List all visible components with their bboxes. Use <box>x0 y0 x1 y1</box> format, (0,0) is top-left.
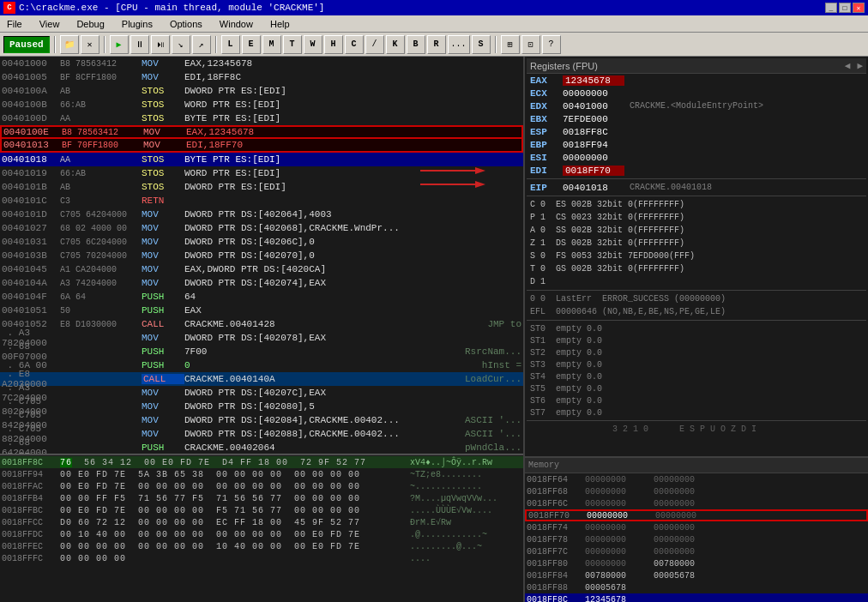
registers-area[interactable]: Registers (FPU) ◀ ▶ EAX 12345678 ECX 000… <box>525 57 868 456</box>
reg-nav-right[interactable]: ▶ <box>857 60 863 71</box>
toolbar-restart-btn[interactable]: ⏯ <box>151 35 170 54</box>
register-nav-arrows[interactable]: ◀ ▶ <box>845 60 863 71</box>
toolbar-run-btn[interactable]: ▶ <box>110 35 129 54</box>
menu-plugins[interactable]: Plugins <box>118 17 156 31</box>
disasm-row-0040108B[interactable]: . 68 64204000 PUSH CRACKME.00402064 pWnd… <box>0 441 523 454</box>
disasm-row-00401068[interactable]: . A3 7C204000 MOV DWORD PTR DS:[40207C],… <box>0 386 523 400</box>
toolbar-cpu-btn[interactable]: ⊡ <box>521 35 540 54</box>
disasm-row-0040104A[interactable]: 0040104A A3 74204000 MOV DWORD PTR DS:[4… <box>0 276 523 290</box>
reg-row-esi[interactable]: ESI 00000000 <box>527 151 866 164</box>
disasm-row-0040105C[interactable]: . 68 00F07000 PUSH 7F00 RsrcNam... <box>0 345 523 358</box>
hex-dump-area[interactable]: 0018FF8C 76 56 34 12 00 E0 FD 7E D4 FF 1… <box>0 456 523 602</box>
menu-view[interactable]: View <box>36 17 63 31</box>
hex-row-0018FF8C[interactable]: 0018FF8C 76 56 34 12 00 E0 FD 7E D4 FF 1… <box>0 456 523 468</box>
toolbar-c-btn[interactable]: C <box>345 35 364 54</box>
disasm-row-0040100D[interactable]: 0040100D AA STOS BYTE PTR ES:[EDI] <box>0 111 523 125</box>
disasm-row-0040103B[interactable]: 0040103B C705 70204000 MOV DWORD PTR DS:… <box>0 249 523 262</box>
disasm-row-0040101B[interactable]: 0040101B AB STOS DWORD PTR ES:[EDI] <box>0 180 523 194</box>
minimize-button[interactable]: _ <box>825 3 837 13</box>
disasm-row-0040100E[interactable]: 0040100E B8 78563412 MOV EAX,12345678 <box>0 125 523 139</box>
toolbar-m-btn[interactable]: M <box>262 35 281 54</box>
disasm-row-0040101D[interactable]: 0040101D C705 64204000 MOV DWORD PTR DS:… <box>0 208 523 221</box>
mem-row-0018FF74[interactable]: 0018FF74 00000000 00000000 <box>525 521 868 533</box>
toolbar-help-btn[interactable]: ? <box>542 35 561 54</box>
disasm-row-0040106D[interactable]: . C705 80204000 MOV DWORD PTR DS:[402080… <box>0 400 523 413</box>
menu-window[interactable]: Window <box>216 17 256 31</box>
close-button[interactable]: ✕ <box>853 3 865 13</box>
hex-row-0018FFCC[interactable]: 0018FFCC D0 60 72 12 00 00 00 00 EC FF 1… <box>0 516 523 528</box>
disasm-row-00401005[interactable]: 00401005 BF 8CFF1800 MOV EDI,18FF8C <box>0 70 523 84</box>
toolbar-r-btn[interactable]: R <box>427 35 446 54</box>
toolbar-open-btn[interactable]: 📁 <box>60 35 79 54</box>
disasm-row-00401052[interactable]: 00401052 E8 D1030000 CALL CRACKME.004014… <box>0 317 523 331</box>
reg-row-edx[interactable]: EDX 00401000 CRACKME.<ModuleEntryPoint> <box>527 99 866 112</box>
toolbar-t-btn[interactable]: T <box>283 35 302 54</box>
hex-row-0018FFDC[interactable]: 0018FFDC 00 10 40 00 00 00 00 00 00 00 0… <box>0 528 523 540</box>
mem-row-0018FF88[interactable]: 0018FF88 00005678 <box>525 581 868 593</box>
toolbar-l-btn[interactable]: L <box>221 35 240 54</box>
mem-row-0018FF80[interactable]: 0018FF80 00000000 00780000 <box>525 557 868 569</box>
reg-row-esp[interactable]: ESP 0018FF8C <box>527 125 866 138</box>
hex-row-0018FFAC[interactable]: 0018FFAC 00 E0 FD 7E 00 00 00 00 00 00 0… <box>0 480 523 492</box>
mem-row-0018FF64[interactable]: 0018FF64 00000000 00000000 <box>525 473 868 485</box>
reg-row-eax[interactable]: EAX 12345678 <box>527 74 866 87</box>
window-controls[interactable]: _ □ ✕ <box>825 3 865 13</box>
hex-row-0018FF94[interactable]: 0018FF94 00 E0 FD 7E 5A 3B 65 38 00 00 0… <box>0 468 523 480</box>
mem-row-0018FF7C[interactable]: 0018FF7C 00000000 00000000 <box>525 545 868 557</box>
mem-row-0018FF68[interactable]: 0018FF68 00000000 00000000 <box>525 485 868 497</box>
memory-view-area[interactable]: Memory 0018FF64 00000000 00000000 0018FF… <box>525 456 868 602</box>
toolbar-grid-btn[interactable]: ⊞ <box>501 35 520 54</box>
reg-row-ebp[interactable]: EBP 0018FF94 <box>527 138 866 151</box>
mem-row-0018FF78[interactable]: 0018FF78 00000000 00000000 <box>525 533 868 545</box>
disasm-row-0040104F[interactable]: 0040104F 6A 64 PUSH 64 <box>0 290 523 304</box>
mem-row-0018FF84[interactable]: 0018FF84 00780000 00005678 <box>525 569 868 581</box>
disasm-row-00401061[interactable]: . 6A 00 PUSH 0 hInst = <box>0 358 523 372</box>
disasm-row-0040100A[interactable]: 0040100A AB STOS DWORD PTR ES:[EDI] <box>0 84 523 98</box>
mem-row-0018FF6C[interactable]: 0018FF6C 00000000 00000000 <box>525 497 868 509</box>
reg-nav-left[interactable]: ◀ <box>845 60 851 71</box>
mem-row-0018FF8C[interactable]: 0018FF8C 12345678 <box>525 593 868 602</box>
reg-row-ebx[interactable]: EBX 7EFDE000 <box>527 112 866 125</box>
toolbar-dots-btn[interactable]: ... <box>448 35 470 54</box>
mem-row-0018FF70[interactable]: 0018FF70 00000000 00000000 <box>525 509 868 521</box>
disasm-row-00401063[interactable]: . E8 A2030000 CALL CRACKME.0040140A Load… <box>0 372 523 386</box>
toolbar-close-btn[interactable]: ✕ <box>81 35 99 54</box>
disasm-row-00401045[interactable]: 00401045 A1 CA204000 MOV EAX,DWORD PTR D… <box>0 262 523 276</box>
toolbar-step-over-btn[interactable]: ↗ <box>192 35 211 54</box>
toolbar-slash-btn[interactable]: / <box>365 35 384 54</box>
disasm-row-00401077[interactable]: . C705 84204000 MOV DWORD PTR DS:[402084… <box>0 413 523 427</box>
disassembly-area[interactable]: 00401000 B8 78563412 MOV EAX,12345678 00… <box>0 57 523 454</box>
menu-debug[interactable]: Debug <box>73 17 107 31</box>
disasm-row-00401019[interactable]: 00401019 66:AB STOS WORD PTR ES:[EDI] <box>0 166 523 180</box>
reg-row-ecx[interactable]: ECX 00000000 <box>527 87 866 99</box>
disasm-row-00401051[interactable]: 00401051 50 PUSH EAX <box>0 304 523 317</box>
toolbar-s-btn[interactable]: S <box>472 35 491 54</box>
hex-row-0018FFBC[interactable]: 0018FFBC 00 E0 FD 7E 00 00 00 00 F5 71 5… <box>0 504 523 516</box>
menu-file[interactable]: File <box>3 17 26 31</box>
disasm-row-00401018[interactable]: 00401018 AA STOS BYTE PTR ES:[EDI] <box>0 153 523 166</box>
disasm-row-00401031[interactable]: 00401031 C705 6C204000 MOV DWORD PTR DS:… <box>0 235 523 249</box>
toolbar-b-btn[interactable]: B <box>407 35 425 54</box>
toolbar-e-btn[interactable]: E <box>242 35 261 54</box>
disasm-row-00401057[interactable]: . A3 78204000 MOV DWORD PTR DS:[402078],… <box>0 331 523 345</box>
hex-row-0018FFEC[interactable]: 0018FFEC 00 00 00 00 00 00 00 00 10 40 0… <box>0 540 523 552</box>
disasm-row-0040100B[interactable]: 0040100B 66:AB STOS WORD PTR ES:[EDI] <box>0 98 523 111</box>
disasm-row-00401081[interactable]: . C705 88204000 MOV DWORD PTR DS:[402088… <box>0 427 523 441</box>
maximize-button[interactable]: □ <box>839 3 851 13</box>
disasm-row-00401000[interactable]: 00401000 B8 78563412 MOV EAX,12345678 <box>0 57 523 70</box>
toolbar-w-btn[interactable]: W <box>304 35 322 54</box>
disasm-bytes: BF 8CFF1800 <box>60 73 142 82</box>
reg-row-eip[interactable]: EIP 00401018 CRACKME.00401018 <box>527 181 866 194</box>
menu-help[interactable]: Help <box>267 17 293 31</box>
toolbar-pause-btn[interactable]: ⏸ <box>130 35 149 54</box>
hex-row-0018FFFC[interactable]: 0018FFFC 00 00 00 00 .... <box>0 552 523 564</box>
hex-row-0018FFB4[interactable]: 0018FFB4 00 00 FF F5 71 56 77 F5 71 56 5… <box>0 492 523 504</box>
reg-row-edi[interactable]: EDI 0018FF70 <box>527 164 866 177</box>
disasm-row-0040101C[interactable]: 0040101C C3 RETN <box>0 194 523 208</box>
disasm-row-00401027[interactable]: 00401027 68 02 4000 00 MOV DWORD PTR DS:… <box>0 221 523 235</box>
toolbar-k-btn[interactable]: K <box>386 35 405 54</box>
toolbar-h-btn[interactable]: H <box>324 35 343 54</box>
disasm-row-00401013[interactable]: 00401013 BF 70FF1800 MOV EDI,18FF70 <box>0 139 523 153</box>
menu-options[interactable]: Options <box>166 17 206 31</box>
toolbar-step-into-btn[interactable]: ↘ <box>172 35 190 54</box>
